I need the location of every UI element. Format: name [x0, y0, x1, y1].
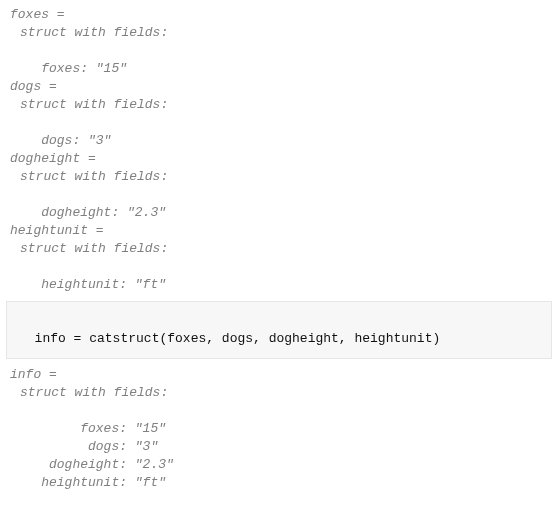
output-info-header: struct with fields:	[0, 384, 552, 402]
output-dogs-header: struct with fields:	[0, 96, 552, 114]
code-input-block: info = catstruct(foxes, dogs, dogheight,…	[6, 301, 552, 359]
output-heightunit-field: heightunit: "ft"	[0, 276, 552, 294]
blank-line	[0, 42, 552, 60]
output-info-field-foxes: foxes: "15"	[0, 420, 552, 438]
output-info-varline: info =	[0, 366, 552, 384]
output-heightunit-header: struct with fields:	[0, 240, 552, 258]
output-foxes-varline: foxes =	[0, 6, 552, 24]
output-info-field-heightunit: heightunit: "ft"	[0, 474, 552, 492]
code-line: info = catstruct(foxes, dogs, dogheight,…	[35, 331, 441, 346]
output-dogheight-varline: dogheight =	[0, 150, 552, 168]
blank-line	[0, 258, 552, 276]
output-info-field-dogs: dogs: "3"	[0, 438, 552, 456]
output-foxes-header: struct with fields:	[0, 24, 552, 42]
output-dogheight-header: struct with fields:	[0, 168, 552, 186]
output-dogheight-field: dogheight: "2.3"	[0, 204, 552, 222]
output-heightunit-varline: heightunit =	[0, 222, 552, 240]
blank-line	[0, 114, 552, 132]
output-dogs-field: dogs: "3"	[0, 132, 552, 150]
blank-line	[0, 402, 552, 420]
output-dogs-varline: dogs =	[0, 78, 552, 96]
output-foxes-field: foxes: "15"	[0, 60, 552, 78]
blank-line	[0, 186, 552, 204]
output-info-field-dogheight: dogheight: "2.3"	[0, 456, 552, 474]
